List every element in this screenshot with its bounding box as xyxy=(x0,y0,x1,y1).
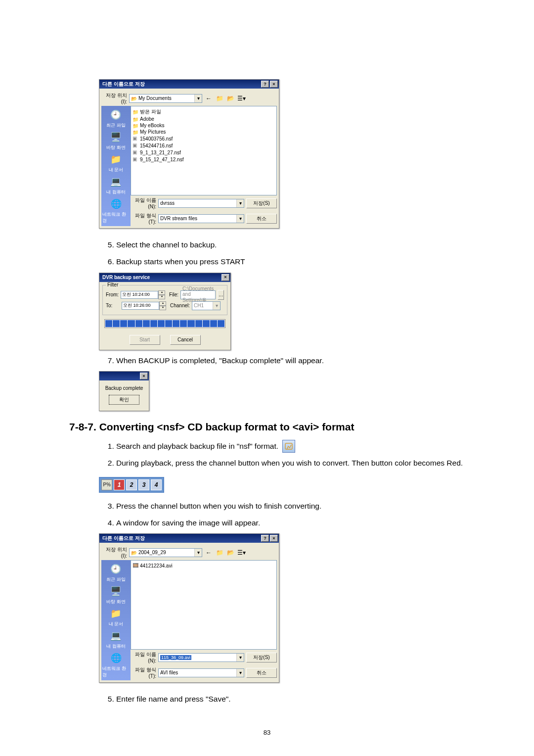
folder-open-icon: 📂 xyxy=(131,550,137,555)
nav-recent[interactable]: 🕘최근 파일 xyxy=(106,562,126,583)
file-list[interactable]: 🎞️441212234.avi xyxy=(131,560,277,650)
list-item[interactable]: ▣154244716.nsf xyxy=(133,142,275,149)
nav-recent[interactable]: 🕘최근 파일 xyxy=(106,108,126,129)
filetype-dropdown[interactable]: DVR stream files▾ xyxy=(158,214,244,223)
lookin-label: 저장 위치(I): xyxy=(101,546,127,559)
up-folder-icon[interactable]: 📁 xyxy=(215,94,224,103)
filetype-dropdown[interactable]: AVI files▾ xyxy=(158,668,244,677)
file-list[interactable]: 📁받은 파일 📁Adobe 📁My eBooks 📁My Pictures ▣1… xyxy=(131,106,277,195)
file-label: File: xyxy=(169,292,178,297)
convert-step-3: Press the channel button when you wish t… xyxy=(116,500,465,513)
nsf-file-icon: ▣ xyxy=(133,156,138,162)
convert-step-1: Search and playback backup file in "nsf"… xyxy=(116,440,465,453)
lookin-dropdown[interactable]: 📂 2004_09_29 ▾ xyxy=(129,548,202,557)
spin-down-icon[interactable]: ▾ xyxy=(158,295,165,299)
cancel-button[interactable]: 취소 xyxy=(246,214,277,224)
close-button[interactable]: × xyxy=(140,373,148,379)
nsf-file-icon: ▣ xyxy=(133,142,138,148)
list-item[interactable]: ▣9_1_13_21_27.nsf xyxy=(133,149,275,156)
list-item[interactable]: ▣9_15_12_47_12.nsf xyxy=(133,156,275,163)
step-5: Select the channel to backup. xyxy=(116,238,465,251)
start-button[interactable]: Start xyxy=(130,335,160,345)
folder-icon: 📁 xyxy=(133,123,138,128)
cancel-button[interactable]: Cancel xyxy=(170,335,201,345)
network-icon: 🌐 xyxy=(109,651,123,665)
cancel-button[interactable]: 취소 xyxy=(246,668,277,678)
nav-network[interactable]: 🌐네트워크 환경 xyxy=(102,197,130,224)
nav-network[interactable]: 🌐네트워크 환경 xyxy=(102,651,130,678)
documents-icon: 📁 xyxy=(109,607,123,620)
channel-1-button[interactable]: 1 xyxy=(114,479,125,490)
browse-button[interactable]: … xyxy=(218,290,224,300)
back-icon[interactable]: ← xyxy=(204,548,213,557)
channel-logo-icon: P% xyxy=(101,479,112,490)
channel-4-button[interactable]: 4 xyxy=(151,479,162,490)
to-label: To: xyxy=(106,303,120,308)
new-folder-icon[interactable]: 📂 xyxy=(226,94,235,103)
folder-icon: 📁 xyxy=(133,117,138,122)
backup-complete-dialog: × Backup complete 확인 xyxy=(99,371,149,411)
view-menu-icon[interactable]: ☰▾ xyxy=(237,548,246,557)
desktop-icon: 🖥️ xyxy=(109,584,123,598)
spin-up-icon[interactable]: ▴ xyxy=(159,301,166,306)
filename-label: 파일 이름(N): xyxy=(131,197,156,209)
spin-down-icon[interactable]: ▾ xyxy=(159,306,166,310)
nsf-file-icon: ▣ xyxy=(133,136,138,142)
list-item[interactable]: 🎞️441212234.avi xyxy=(133,562,275,569)
help-button[interactable]: ? xyxy=(261,81,269,88)
list-item[interactable]: 📁받은 파일 xyxy=(133,108,275,116)
save-button[interactable]: 저장(S) xyxy=(246,198,277,208)
up-folder-icon[interactable]: 📁 xyxy=(215,548,224,557)
lookin-value: My Documents xyxy=(138,95,172,101)
nav-mycomputer[interactable]: 💻내 컴퓨터 xyxy=(106,629,126,650)
nav-mydocs[interactable]: 📁내 문서 xyxy=(109,607,124,627)
spin-up-icon[interactable]: ▴ xyxy=(158,290,165,295)
page-number: 83 xyxy=(0,729,534,736)
channel-bar: P% 1 2 3 4 xyxy=(99,477,164,493)
network-icon: 🌐 xyxy=(109,197,123,211)
close-button[interactable]: × xyxy=(222,274,229,281)
lookin-dropdown[interactable]: 📂 My Documents ▾ xyxy=(129,94,202,103)
channel-2-button[interactable]: 2 xyxy=(126,479,137,490)
channel-3-button[interactable]: 3 xyxy=(138,479,149,490)
from-spinner[interactable]: 오전 10:24:00 ▴▾ xyxy=(121,290,165,299)
to-spinner[interactable]: 오전 10:26:00 ▴▾ xyxy=(122,301,166,310)
chevron-down-icon: ▾ xyxy=(213,302,220,310)
avi-file-icon: 🎞️ xyxy=(133,563,138,568)
back-icon[interactable]: ← xyxy=(204,94,213,103)
view-menu-icon[interactable]: ☰▾ xyxy=(237,94,246,103)
nav-desktop[interactable]: 🖥️바탕 화면 xyxy=(106,584,126,605)
dvr-backup-service-dialog: DVR backup service × Filter From: 오전 10:… xyxy=(99,273,231,350)
list-item[interactable]: ▣154003756.nsf xyxy=(133,135,275,142)
from-label: From: xyxy=(106,292,119,297)
list-item[interactable]: 📁Adobe xyxy=(133,116,275,122)
help-button[interactable]: ? xyxy=(261,535,269,542)
save-button[interactable]: 저장(S) xyxy=(246,653,277,662)
save-dialog-2: 다른 이름으로 저장 ? × 저장 위치(I): 📂 2004_09_29 ▾ … xyxy=(99,533,279,683)
close-button[interactable]: × xyxy=(270,535,278,542)
step-7: When BACKUP is completed, "Backup comple… xyxy=(116,354,465,367)
chevron-down-icon: ▾ xyxy=(236,199,244,207)
nav-desktop[interactable]: 🖥️바탕 화면 xyxy=(106,130,126,151)
filename-input[interactable]: dvrsss▾ xyxy=(158,199,244,208)
convert-step-5: Enter file name and press "Save". xyxy=(116,693,465,706)
save-dialog-1: 다른 이름으로 저장 ? × 저장 위치(I): 📂 My Documents … xyxy=(99,79,279,229)
close-button[interactable]: × xyxy=(270,81,278,88)
chevron-down-icon: ▾ xyxy=(194,549,202,557)
lookin-label: 저장 위치(I): xyxy=(101,92,127,104)
nav-mydocs[interactable]: 📁내 문서 xyxy=(109,152,124,173)
new-folder-icon[interactable]: 📂 xyxy=(226,548,235,557)
channel-dropdown[interactable]: CH1 ▾ xyxy=(192,301,221,310)
step-6: Backup starts when you press START xyxy=(116,255,465,268)
progress-bar xyxy=(104,319,225,328)
filename-input[interactable]: 115_36_09.avi▾ xyxy=(158,653,244,662)
window-title: 다른 이름으로 저장 xyxy=(102,535,145,542)
file-path-input[interactable]: C:\Documents and Settings\용 xyxy=(180,290,216,299)
ok-button[interactable]: 확인 xyxy=(109,395,139,405)
nav-mycomputer[interactable]: 💻내 컴퓨터 xyxy=(106,175,126,195)
list-item[interactable]: 📁My Pictures xyxy=(133,129,275,135)
channel-label: Channel: xyxy=(170,303,190,308)
list-item[interactable]: 📁My eBooks xyxy=(133,122,275,129)
window-title: DVR backup service xyxy=(102,275,150,280)
folder-icon: 📁 xyxy=(133,109,138,114)
